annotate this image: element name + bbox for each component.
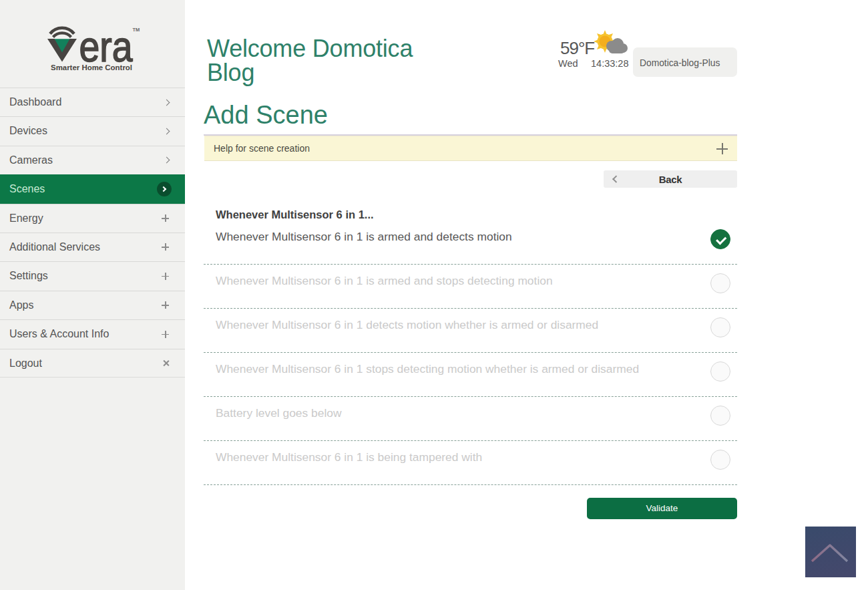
- svg-text:TM: TM: [133, 27, 140, 33]
- svg-text:Smarter Home Control: Smarter Home Control: [51, 63, 132, 71]
